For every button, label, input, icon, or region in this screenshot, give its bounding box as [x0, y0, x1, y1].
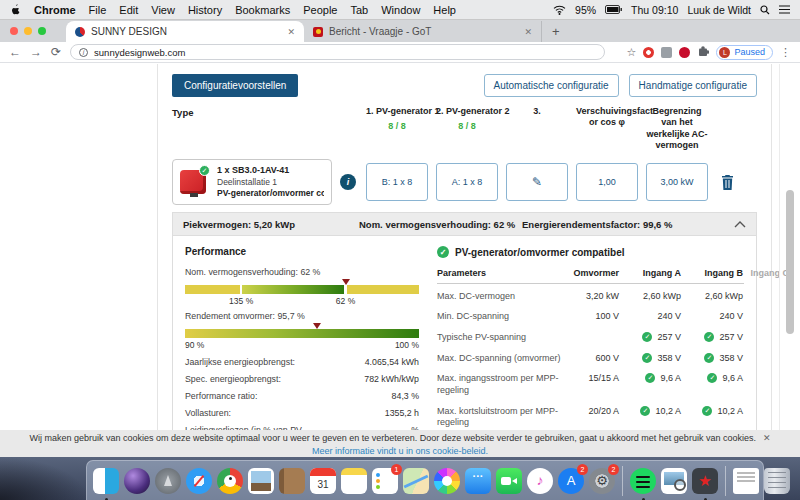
menu-file[interactable]: File: [89, 4, 107, 16]
inverter-card[interactable]: ✓ 1 x SB3.0-1AV-41 Deelinstallatie 1 PV-…: [172, 159, 332, 205]
menu-history[interactable]: History: [188, 4, 222, 16]
extension-red-o-icon[interactable]: [643, 47, 654, 58]
menu-chrome[interactable]: Chrome: [34, 4, 76, 16]
menu-people[interactable]: People: [303, 4, 337, 16]
menu-help[interactable]: Help: [433, 4, 456, 16]
manual-configuration-button[interactable]: Handmatige configuratie: [629, 74, 757, 97]
ac-limit-value-button[interactable]: 3,00 kW: [646, 163, 708, 201]
pdf-document-icon[interactable]: [733, 468, 759, 494]
itunes-icon[interactable]: ♪: [527, 468, 553, 494]
menubar-clock[interactable]: Thu 09:10: [631, 4, 678, 16]
nominal-ratio-label: Nom. vermogensverhouding: 62 %: [185, 267, 419, 277]
notes-icon[interactable]: [341, 468, 367, 494]
nominal-ratio-summary: Nom. vermogensverhouding: 62 %: [359, 219, 522, 230]
collapse-chevron-icon[interactable]: [734, 221, 746, 228]
red-star-app-icon[interactable]: ★: [692, 468, 718, 494]
scrollbar-track[interactable]: [779, 64, 800, 430]
close-tab-icon[interactable]: ✕: [524, 27, 532, 37]
spotify-icon[interactable]: [630, 468, 656, 494]
scale-max: 100 %: [395, 340, 419, 350]
param-row-typical-pv-voltage: Typische PV-spanning ✓257 V ✓257 V: [437, 327, 744, 348]
check-icon: ✓: [704, 353, 714, 363]
photo-file-icon[interactable]: [248, 468, 274, 494]
menubar-user[interactable]: Luuk de Wildt: [687, 4, 751, 16]
close-window-button[interactable]: [10, 27, 18, 35]
siri-icon[interactable]: [124, 468, 150, 494]
app-store-icon[interactable]: A2: [558, 468, 584, 494]
window-controls: [10, 27, 46, 35]
scale-min: 90 %: [185, 340, 204, 350]
profile-paused-button[interactable]: L Paused: [716, 45, 773, 60]
extension-gray-icon[interactable]: [661, 47, 672, 58]
delete-inverter-button[interactable]: [716, 175, 738, 190]
actions-row: Configuratievoorstellen Automatische con…: [172, 74, 757, 97]
check-icon: ✓: [645, 373, 655, 383]
safari-icon[interactable]: [186, 468, 212, 494]
sunny-design-favicon: [75, 27, 85, 37]
maps-icon[interactable]: [403, 468, 429, 494]
wifi-icon[interactable]: [553, 5, 566, 15]
check-icon: ✓: [642, 332, 652, 342]
edit-config-button[interactable]: ✎: [506, 163, 568, 201]
stat-performance-ratio: Performance ratio: 84,3 %: [185, 391, 419, 401]
site-info-icon[interactable]: i: [79, 48, 88, 57]
forward-icon[interactable]: →: [30, 46, 42, 58]
finder-icon[interactable]: [93, 468, 119, 494]
column-header-3: 3.: [506, 106, 568, 117]
menu-view[interactable]: View: [151, 4, 175, 16]
facetime-icon[interactable]: [496, 468, 522, 494]
info-icon[interactable]: i: [340, 174, 356, 190]
launchpad-icon[interactable]: [155, 468, 181, 494]
peak-power-summary: Piekvermogen: 5,20 kWp: [183, 219, 359, 230]
stat-annual-yield: Jaarlijkse energieopbrengst: 4.065,54 kW…: [185, 357, 419, 367]
notification-center-icon[interactable]: [779, 5, 790, 14]
inverter-subinstallation: Deelinstallatie 1: [217, 177, 324, 188]
battery-percent: 95%: [575, 4, 596, 16]
compatible-check-icon: ✓: [199, 165, 210, 176]
address-bar[interactable]: i sunnydesignweb.com: [70, 44, 605, 60]
photos-icon[interactable]: [434, 468, 460, 494]
tab-bericht[interactable]: Bericht - Vraagje - GoT ✕: [304, 21, 542, 42]
configuration-proposals-button[interactable]: Configuratievoorstellen: [172, 74, 298, 97]
trash-icon[interactable]: [764, 468, 790, 494]
refresh-icon[interactable]: ⟳: [51, 46, 61, 58]
minimize-window-button[interactable]: [24, 27, 32, 35]
cookie-text: Wij maken gebruik van cookies om deze we…: [30, 433, 756, 443]
menu-tab[interactable]: Tab: [350, 4, 368, 16]
spotlight-icon[interactable]: [760, 5, 770, 15]
menu-edit[interactable]: Edit: [119, 4, 138, 16]
scrollbar-thumb[interactable]: [786, 190, 794, 334]
column-header-cosphi: Verschuivingsfact or cos φ: [576, 106, 638, 129]
new-tab-button[interactable]: +: [542, 24, 570, 39]
close-tab-icon[interactable]: ✕: [287, 27, 295, 37]
messages-icon[interactable]: [465, 468, 491, 494]
dock-separator: [725, 466, 726, 496]
menu-bookmarks[interactable]: Bookmarks: [235, 4, 290, 16]
apple-icon[interactable]: [10, 3, 21, 16]
chrome-icon[interactable]: [217, 468, 243, 494]
inverter-name: 1 x SB3.0-1AV-41: [217, 164, 324, 176]
reminders-icon[interactable]: 1: [372, 468, 398, 494]
extensions-puzzle-icon[interactable]: [697, 43, 709, 61]
extension-adblock-icon[interactable]: [679, 47, 690, 58]
dock-separator: [622, 466, 623, 496]
cookie-close-icon[interactable]: ✕: [763, 433, 771, 443]
contacts-icon[interactable]: [279, 468, 305, 494]
bookmark-star-icon[interactable]: ☆: [627, 46, 637, 59]
calendar-icon[interactable]: 31: [310, 468, 336, 494]
zoom-window-button[interactable]: [38, 27, 46, 35]
preview-icon[interactable]: [661, 468, 687, 494]
pv2-string-config-button[interactable]: A: 1 x 8: [436, 163, 498, 201]
back-icon[interactable]: ←: [9, 46, 21, 58]
automatic-configuration-button[interactable]: Automatische configuratie: [484, 74, 619, 97]
tab-sunny-design[interactable]: SUNNY DESIGN ✕: [66, 21, 304, 42]
system-preferences-icon[interactable]: ⚙2: [589, 468, 615, 494]
chrome-menu-icon[interactable]: ⋮: [780, 46, 791, 59]
cookie-policy-link[interactable]: Meer informatie vindt u in ons cookie-be…: [312, 446, 488, 456]
bar-marker-icon: [313, 323, 321, 329]
pv1-string-config-button[interactable]: B: 1 x 8: [366, 163, 428, 201]
page-viewport: Configuratievoorstellen Automatische con…: [0, 64, 800, 430]
performance-section: Performance Nom. vermogensverhouding: 62…: [185, 244, 419, 445]
menu-window[interactable]: Window: [381, 4, 420, 16]
cosphi-value-button[interactable]: 1,00: [576, 163, 638, 201]
